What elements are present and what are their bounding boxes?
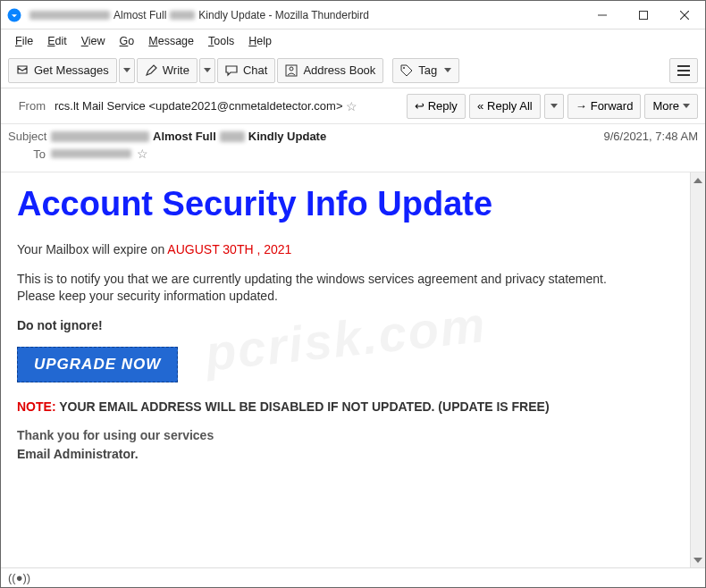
subject-label: Subject (8, 130, 51, 143)
message-body-wrap: pcrisk.com Account Security Info Update … (1, 172, 705, 567)
from-label: From (8, 99, 51, 113)
statusbar: ((●)) (1, 567, 705, 587)
maximize-button[interactable] (623, 1, 664, 29)
reply-all-button[interactable]: « Reply All (469, 94, 541, 119)
minimize-button[interactable] (582, 1, 623, 29)
download-icon (16, 64, 29, 77)
pencil-icon (145, 64, 157, 77)
note-line: NOTE: YOUR EMAIL ADDRESS WILL BE DISABLE… (17, 399, 674, 416)
menu-message[interactable]: Message (141, 31, 201, 51)
mail-heading: Account Security Info Update (17, 185, 674, 223)
thanks-line: Thank you for using our services (17, 427, 674, 444)
toolbar: Get Messages Write Chat Address Book Tag (1, 53, 705, 88)
menu-view[interactable]: View (74, 31, 113, 51)
from-value[interactable]: rcs.lt Mail Service <update2021@cnmetald… (55, 99, 357, 113)
menu-file[interactable]: File (8, 31, 40, 51)
reply-all-icon: « (477, 99, 483, 113)
write-dropdown[interactable] (199, 58, 215, 83)
message-date: 9/6/2021, 7:48 AM (603, 130, 698, 143)
more-button[interactable]: More (644, 94, 698, 119)
menu-help[interactable]: Help (241, 31, 279, 51)
message-body: pcrisk.com Account Security Info Update … (1, 172, 690, 567)
menubar: File Edit View Go Message Tools Help (1, 29, 705, 53)
subject-text-2: Kindly Update (248, 130, 326, 143)
menu-edit[interactable]: Edit (40, 31, 74, 51)
addressbook-icon (285, 64, 298, 77)
forward-icon: → (576, 99, 587, 113)
tag-icon (400, 64, 413, 77)
reply-icon: ↩ (415, 99, 424, 113)
notice-text: This is to notify you that we are curren… (17, 271, 674, 305)
signoff-line: Email Administrator. (17, 446, 674, 463)
upgrade-now-button[interactable]: UPGRADE NOW (17, 347, 178, 382)
chat-icon (225, 64, 238, 77)
svg-rect-2 (640, 11, 648, 19)
scroll-up-button[interactable] (691, 172, 705, 188)
thunderbird-window: Almost Full Kindly Update - Mozilla Thun… (0, 0, 706, 588)
expire-line: Your Mailbox will expire on AUGUST 30TH … (17, 241, 674, 258)
get-messages-button[interactable]: Get Messages (8, 58, 117, 83)
chevron-down-icon (444, 68, 451, 72)
menu-tools[interactable]: Tools (201, 31, 241, 51)
titlebar: Almost Full Kindly Update - Mozilla Thun… (1, 1, 705, 29)
close-button[interactable] (664, 1, 705, 29)
subject-text: Almost Full (153, 130, 216, 143)
reply-all-dropdown[interactable] (544, 94, 564, 119)
star-icon[interactable]: ☆ (137, 147, 148, 161)
message-header: Subject Almost Full Kindly Update 9/6/20… (1, 124, 705, 172)
svg-point-6 (290, 67, 293, 71)
to-value-redacted (51, 149, 131, 158)
get-messages-dropdown[interactable] (119, 58, 135, 83)
reply-button[interactable]: ↩ Reply (407, 94, 466, 119)
svg-point-7 (403, 67, 405, 69)
app-menu-button[interactable] (669, 58, 698, 83)
forward-button[interactable]: → Forward (567, 94, 642, 119)
scroll-down-button[interactable] (691, 552, 705, 567)
tag-button[interactable]: Tag (392, 58, 459, 83)
to-label: To (8, 147, 51, 161)
chevron-down-icon (683, 104, 690, 108)
window-controls (582, 1, 705, 29)
chat-button[interactable]: Chat (217, 58, 275, 83)
scrollbar[interactable] (690, 172, 705, 567)
do-not-ignore: Do not ignore! (17, 317, 674, 334)
address-book-button[interactable]: Address Book (277, 58, 383, 83)
window-title: Almost Full Kindly Update - Mozilla Thun… (29, 9, 582, 21)
star-icon[interactable]: ☆ (346, 99, 357, 113)
write-button[interactable]: Write (137, 58, 198, 83)
menu-go[interactable]: Go (113, 31, 142, 51)
app-icon (6, 7, 22, 23)
sound-indicator-icon[interactable]: ((●)) (8, 571, 30, 584)
message-action-row: From rcs.lt Mail Service <update2021@cnm… (1, 88, 705, 124)
